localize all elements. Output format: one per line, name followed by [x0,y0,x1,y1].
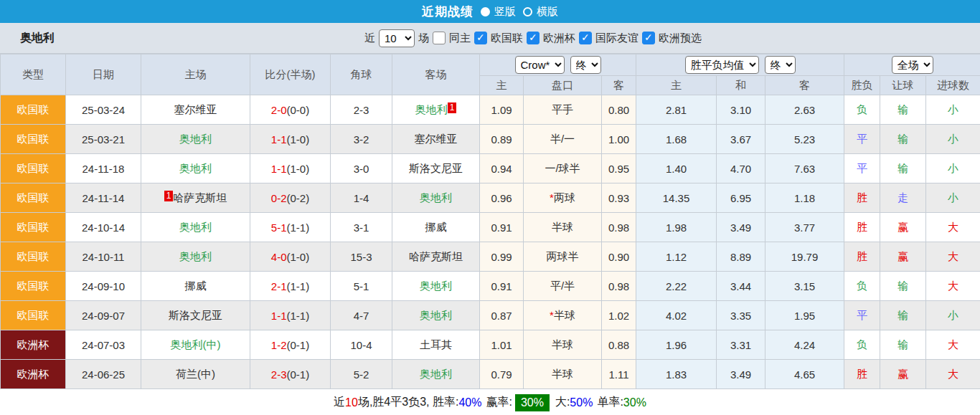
summary-win-rate: 40% [458,396,481,409]
avg-select-group: 胜平负均值 终 [636,54,844,76]
summary-seg4: 大: [555,395,570,410]
avg-home-cell: 2.81 [636,95,717,125]
competition-label-euro-qualifier[interactable]: 欧洲预选 [659,32,702,45]
halftime-score: (1-1) [287,221,310,234]
scope-select[interactable]: 全场 [892,56,933,74]
avg-away-cell: 7.63 [765,154,844,183]
team-name: 斯洛文尼亚 [409,162,463,174]
competition-label-nations-league[interactable]: 欧国联 [491,32,523,45]
goals-cell: 小 [926,301,980,330]
recent-count-select[interactable]: 10 [379,29,415,47]
radio-unselected-icon[interactable] [523,7,532,16]
recent-suffix-label: 场 [418,32,429,45]
rank-badge: 1 [164,191,174,201]
competition-label-friendly[interactable]: 国际友谊 [595,32,639,45]
team-name: 塞尔维亚 [415,133,458,145]
odds-time-select[interactable]: 终 [570,56,601,74]
league-badge: 欧国联 [1,125,66,154]
league-badge: 欧国联 [1,95,66,125]
team-name: 挪威 [425,221,447,233]
league-badge: 欧洲杯 [1,330,66,360]
competition-checkbox-nations-league[interactable] [474,32,487,44]
col-header-type: 类型 [1,54,66,95]
home-team: 荷兰(中) [141,360,250,389]
filter-controls: 近 10 场 同主 欧国联 欧洲杯 国际友谊 欧洲预选 [278,29,702,47]
avg-home-cell: 2.22 [636,272,717,301]
odds-away-cell: 0.90 [602,242,636,272]
avg-home-cell: 1.40 [636,154,717,183]
result-cell: 负 [844,330,880,360]
competition-checkbox-euro[interactable] [527,32,540,44]
score-cell: 1-1(1-1) [250,301,331,330]
table-body: 欧国联25-03-24塞尔维亚2-0(0-0)2-3奥地利11.09平手0.80… [1,95,980,389]
avg-draw-cell: 3.49 [717,213,765,242]
odds-away-cell: 0.95 [602,154,636,183]
goals-cell: 大 [926,213,980,242]
avg-type-select[interactable]: 胜平负均值 [685,56,759,74]
radio-selected-icon[interactable] [481,7,490,16]
same-home-checkbox[interactable] [433,32,446,44]
handicap-result-cell: 赢 [880,360,926,389]
corners-cell: 3-0 [331,154,392,183]
league-badge: 欧国联 [1,301,66,330]
away-team: 奥地利 [392,301,480,330]
corners-cell: 2-3 [331,95,392,125]
match-row: 欧国联24-11-18奥地利1-1(1-0)3-0斯洛文尼亚0.94一/球半0.… [1,154,980,183]
handicap-cell: *半球 [524,301,602,330]
match-row: 欧洲杯24-06-25荷兰(中)2-3(0-1)5-2奥地利0.79半球1.11… [1,360,980,389]
avg-home-cell: 1.12 [636,242,717,272]
home-team: 奥地利 [141,242,250,272]
halftime-score: (1-0) [287,133,310,146]
result-cell: 胜 [844,360,880,389]
league-badge: 欧洲杯 [1,360,66,389]
avg-home-cell: 14.35 [636,183,717,213]
competition-checkbox-euro-qualifier[interactable] [642,32,655,44]
avg-draw-cell: 3.49 [717,360,765,389]
odds-home-cell: 1.09 [480,95,524,125]
summary-seg1: 近 [334,395,345,410]
away-team: 奥地利 [392,183,480,213]
score-cell: 0-2(0-2) [250,183,331,213]
result-cell: 胜 [844,183,880,213]
avg-time-select[interactable]: 终 [765,56,796,74]
goals-cell: 大 [926,272,980,301]
team-name: 奥地利 [179,250,212,262]
fulltime-score: 2-1 [271,280,287,292]
radio-horizontal-label[interactable]: 横版 [537,5,558,19]
summary-single-rate: 30% [623,396,646,409]
team-name: 奥地利 [179,162,212,174]
handicap-text: 半球 [552,221,573,233]
team-name: 奥地利 [420,280,452,292]
layout-radio-vertical[interactable]: 竖版 [481,5,516,19]
same-home-label[interactable]: 同主 [449,32,471,45]
competition-checkbox-friendly[interactable] [579,32,592,44]
score-cell: 4-0(1-0) [250,242,331,272]
home-team: 奥地利 [141,125,250,154]
summary-seg3: 赢率: [486,395,512,410]
goals-cell: 小 [926,125,980,154]
odds-home-cell: 0.91 [480,213,524,242]
avg-draw-cell: 3.10 [717,95,765,125]
odds-home-cell: 0.87 [480,301,524,330]
match-row: 欧国联24-10-14奥地利5-1(1-1)3-1挪威0.91半球0.981.9… [1,213,980,242]
halftime-score: (0-2) [287,192,310,204]
match-date: 24-11-18 [66,154,141,183]
radio-vertical-label[interactable]: 竖版 [494,5,516,19]
competition-label-euro[interactable]: 欧洲杯 [543,32,575,45]
handicap-text: 两球 [554,191,575,204]
scope-select-group: 全场 [844,54,980,76]
goals-cell: 大 [926,330,980,360]
home-team: 塞尔维亚 [141,95,250,125]
score-cell: 2-0(0-0) [250,95,331,125]
away-team: 哈萨克斯坦 [392,242,480,272]
odds-company-select[interactable]: Crow* [515,56,565,74]
recent-prefix-label: 近 [364,32,375,45]
avg-draw-cell: 4.70 [717,154,765,183]
odds-select-group: Crow* 终 [480,54,636,76]
away-team: 土耳其 [392,330,480,360]
handicap-cell: 一/球半 [524,154,602,183]
layout-radio-horizontal[interactable]: 横版 [523,5,558,19]
match-date: 24-10-11 [66,242,141,272]
team-title: 奥地利 [20,31,55,46]
match-row: 欧国联25-03-21奥地利1-1(1-0)3-2塞尔维亚0.89半/一1.00… [1,125,980,154]
